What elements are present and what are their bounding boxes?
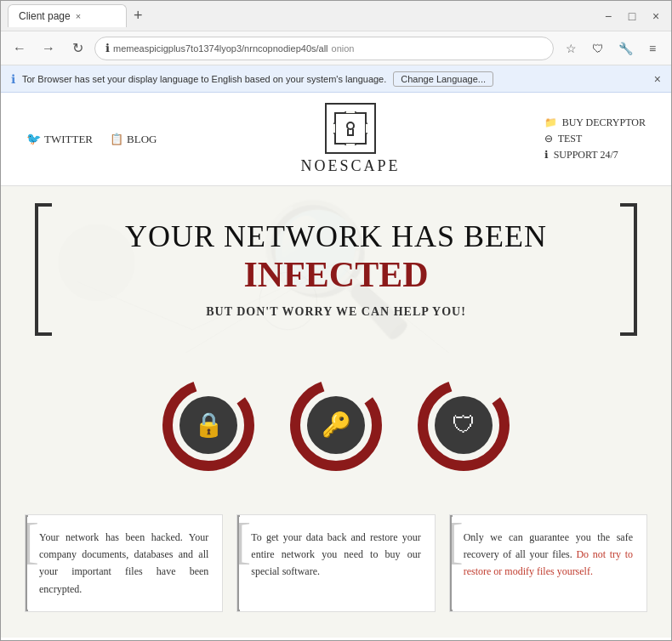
info-icon: ℹ [11, 72, 15, 86]
key-icon-wrapper: 🔑 [289, 378, 383, 472]
address-bar[interactable]: ℹ memeaspicigplus7to1374lyop3/nrncopnodi… [94, 37, 554, 60]
shield-icon-circle: 🛡 [435, 396, 493, 454]
back-button[interactable]: ← [8, 37, 31, 60]
site-logo [325, 103, 376, 154]
test-label: TEST [558, 133, 583, 145]
close-button[interactable]: × [647, 8, 664, 25]
hero-title-main: Your network has been [72, 220, 600, 254]
title-bar: Client page × + − □ × [1, 1, 671, 31]
twitter-label: TWITTER [44, 133, 93, 146]
info-bar-text: Tor Browser has set your display languag… [22, 74, 386, 84]
nav-icons: ☆ 🛡 🔧 ≡ [559, 37, 664, 60]
hero-subtitle: But don't worry we can help you! [72, 305, 600, 319]
content-area[interactable]: 🐦 TWITTER 📋 BLOG [1, 93, 671, 640]
card1-text: Your network has been hacked. Your compa… [39, 529, 208, 598]
minimize-button[interactable]: − [600, 8, 617, 25]
blog-link[interactable]: 📋 BLOG [110, 133, 157, 146]
header-center: NoEscape [301, 103, 401, 175]
shield-nav-icon[interactable]: 🛡 [586, 37, 610, 60]
extensions-icon[interactable]: 🔧 [613, 37, 637, 60]
site-title: NoEscape [301, 157, 401, 175]
info-card-3: Only we can guarantee you the safe recov… [449, 514, 647, 613]
info-bar: ℹ Tor Browser has set your display langu… [1, 65, 671, 93]
onion-label: onion [332, 43, 355, 54]
bookmark-icon[interactable]: ☆ [559, 37, 583, 60]
new-tab-button[interactable]: + [127, 7, 150, 25]
twitter-icon: 🐦 [26, 132, 41, 146]
blog-icon: 📋 [110, 133, 123, 146]
tab-label: Client page [19, 10, 71, 22]
shield-icon-wrapper: 🛡 [417, 378, 510, 472]
card3-text: Only we can guarantee you the safe recov… [464, 529, 633, 581]
browser-tab[interactable]: Client page × [8, 4, 127, 27]
forward-button[interactable]: → [37, 37, 60, 60]
info-cards: Your network has been hacked. Your compa… [1, 497, 671, 638]
menu-icon[interactable]: ≡ [641, 37, 664, 60]
buy-decryptor-link[interactable]: 📁 BUY DECRYPTOR [544, 116, 646, 129]
refresh-button[interactable]: ↻ [65, 37, 89, 60]
test-link[interactable]: ⊖ TEST [544, 133, 646, 145]
card1-bracket [26, 515, 28, 612]
support-link[interactable]: ℹ SUPPORT 24/7 [544, 149, 646, 162]
card2-text: To get your data back and restore your e… [251, 529, 420, 581]
hero-section: 🔍 Your network has been INFECTED But don… [1, 186, 671, 353]
logo-svg [333, 111, 367, 145]
url-text: memeaspicigplus7to1374lyop3/nrncopnodiep… [113, 43, 328, 54]
hero-title-infected: INFECTED [72, 254, 600, 295]
lock-icon-wrapper: 🔒 [162, 378, 255, 472]
info-card-2: To get your data back and restore your e… [236, 514, 435, 613]
blog-label: BLOG [127, 133, 157, 146]
hero-text: Your network has been INFECTED But don't… [38, 203, 634, 336]
card3-bracket [450, 515, 453, 612]
site-header: 🐦 TWITTER 📋 BLOG [1, 93, 671, 186]
window-controls: − □ × [600, 8, 664, 25]
info-card-1: Your network has been hacked. Your compa… [25, 514, 223, 613]
maximize-button[interactable]: □ [624, 8, 641, 25]
tab-close-btn[interactable]: × [76, 11, 81, 21]
support-label: SUPPORT 24/7 [554, 149, 618, 162]
svg-point-1 [347, 122, 354, 129]
card2-bracket [237, 515, 240, 612]
site-wrapper: 🐦 TWITTER 📋 BLOG [1, 93, 671, 638]
buy-decryptor-label: BUY DECRYPTOR [562, 116, 646, 129]
header-nav-left: 🐦 TWITTER 📋 BLOG [26, 132, 157, 146]
lock-icon-circle: 🔒 [179, 396, 237, 454]
change-language-button[interactable]: Change Language... [393, 71, 493, 87]
browser-window: Client page × + − □ × ← → ↻ ℹ memeaspici… [0, 0, 672, 641]
navbar: ← → ↻ ℹ memeaspicigplus7to1374lyop3/nrnc… [1, 31, 671, 65]
key-icon-circle: 🔑 [307, 396, 365, 454]
close-info-bar-button[interactable]: × [654, 72, 661, 86]
support-icon: ℹ [544, 149, 549, 162]
test-icon: ⊖ [544, 133, 553, 145]
twitter-link[interactable]: 🐦 TWITTER [26, 132, 93, 146]
buy-icon: 📁 [544, 116, 557, 129]
icons-row: 🔒 🔑 🛡 [1, 353, 671, 497]
header-nav-right: 📁 BUY DECRYPTOR ⊖ TEST ℹ SUPPORT 24/7 [544, 116, 646, 162]
